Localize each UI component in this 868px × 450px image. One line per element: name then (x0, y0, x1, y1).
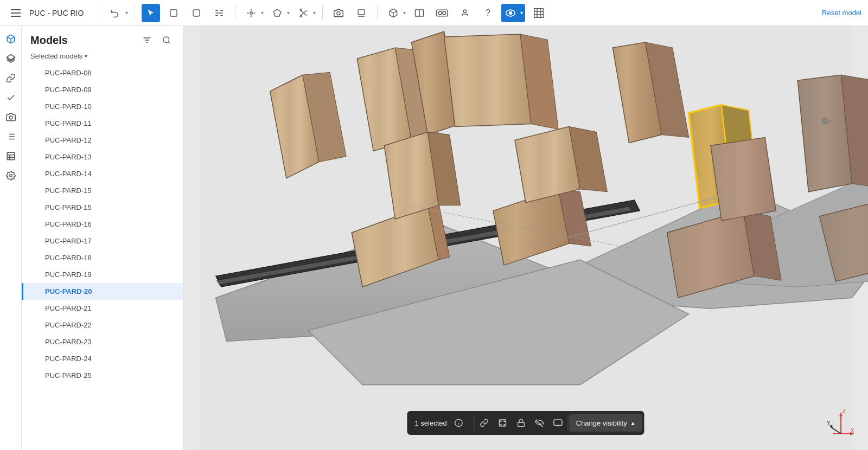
snap-arrow-icon[interactable]: ▾ (261, 10, 264, 16)
separator-2 (135, 5, 135, 21)
status-frame-button[interactable] (494, 414, 512, 432)
user-button[interactable] (456, 4, 474, 22)
svg-point-22 (464, 10, 467, 12)
rail-3d-button[interactable] (2, 30, 20, 48)
change-visibility-button[interactable]: Change visibility ▲ (570, 414, 642, 432)
rail-layers-button[interactable] (2, 50, 20, 67)
box3d-arrow-icon[interactable]: ▾ (403, 10, 406, 16)
search-button[interactable] (159, 33, 174, 48)
svg-marker-71 (515, 126, 580, 202)
sidebar-item-PUC-PARD-16[interactable]: PUC-PARD-16 (22, 216, 183, 233)
svg-point-82 (822, 118, 827, 124)
sidebar-item-PUC-PARD-24[interactable]: PUC-PARD-24 (22, 350, 183, 367)
visibility-group: ▾ (501, 4, 525, 22)
select-tool-button[interactable] (142, 4, 160, 22)
rail-table-button[interactable] (2, 147, 20, 165)
sidebar-item-PUC-PARD-25[interactable]: PUC-PARD-25 (22, 367, 183, 384)
cut-arrow-icon[interactable]: ▾ (313, 10, 316, 16)
rail-camera-button[interactable] (2, 108, 20, 126)
svg-line-48 (168, 42, 170, 43)
status-display-button[interactable] (550, 414, 567, 432)
svg-point-32 (9, 116, 12, 119)
sidebar-item-PUC-PARD-20[interactable]: PUC-PARD-20 (22, 283, 183, 300)
svg-rect-39 (7, 152, 15, 160)
sidebar-item-PUC-PARD-15a[interactable]: PUC-PARD-15 (22, 182, 183, 199)
axes-indicator: Z X Y (825, 407, 857, 439)
cut-button[interactable] (294, 4, 312, 22)
sidebar-item-PUC-PARD-08[interactable]: PUC-PARD-08 (22, 65, 183, 81)
sidebar-item-PUC-PARD-11[interactable]: PUC-PARD-11 (22, 115, 183, 132)
svg-point-13 (337, 11, 340, 15)
hamburger-menu-button[interactable] (7, 4, 25, 22)
grid-button[interactable] (529, 4, 548, 22)
svg-marker-77 (711, 138, 776, 221)
rail-list-button[interactable] (2, 128, 20, 145)
svg-rect-90 (554, 420, 562, 426)
svg-rect-1 (11, 12, 21, 14)
icon-rail (0, 26, 22, 450)
vr-button[interactable] (433, 4, 451, 22)
sidebar-title: Models (30, 34, 135, 47)
viewport[interactable]: 1 selected Change vi (183, 26, 868, 450)
status-paint-button[interactable] (513, 414, 530, 432)
lasso-select-button[interactable] (187, 4, 206, 22)
change-visibility-label: Change visibility (576, 419, 627, 427)
reset-model-button[interactable]: Reset model (822, 9, 861, 17)
svg-rect-14 (358, 10, 365, 15)
sidebar-item-PUC-PARD-13[interactable]: PUC-PARD-13 (22, 149, 183, 165)
separator-3 (235, 5, 235, 21)
svg-rect-3 (170, 10, 177, 16)
info-button[interactable] (450, 414, 468, 432)
box3d-group: ▾ (384, 4, 406, 22)
status-eye-slash-button[interactable] (531, 414, 548, 432)
sidebar-item-PUC-PARD-10[interactable]: PUC-PARD-10 (22, 98, 183, 115)
svg-text:X: X (851, 428, 854, 434)
sidebar-item-PUC-PARD-22[interactable]: PUC-PARD-22 (22, 317, 183, 333)
rect-select-button[interactable] (164, 4, 183, 22)
sidebar-item-PUC-PARD-14[interactable]: PUC-PARD-14 (22, 165, 183, 182)
status-bar: 1 selected Change vi (407, 411, 644, 435)
sidebar-item-PUC-PARD-15b[interactable]: PUC-PARD-15 (22, 199, 183, 216)
app-title: PUC - PUC RIO (29, 9, 84, 17)
separator-5 (377, 5, 378, 21)
section-button[interactable] (410, 4, 429, 22)
svg-point-8 (300, 9, 302, 10)
svg-line-99 (831, 427, 841, 434)
snap-button[interactable] (242, 4, 260, 22)
polygon-arrow-icon[interactable]: ▾ (287, 10, 290, 16)
stamp-button[interactable] (352, 4, 371, 22)
change-visibility-arrow-icon: ▲ (630, 420, 636, 426)
undo-group: ▾ (106, 4, 128, 22)
svg-rect-29 (534, 8, 544, 17)
svg-text:Z: Z (843, 408, 846, 414)
sidebar-item-PUC-PARD-19[interactable]: PUC-PARD-19 (22, 266, 183, 283)
box3d-button[interactable] (384, 4, 403, 22)
sidebar-subheader[interactable]: Selected models ▾ (22, 52, 183, 65)
sidebar-item-PUC-PARD-18[interactable]: PUC-PARD-18 (22, 249, 183, 266)
status-link-button[interactable] (476, 414, 493, 432)
polygon-group: ▾ (268, 4, 290, 22)
undo-arrow-icon[interactable]: ▾ (125, 10, 128, 16)
rail-link-button[interactable] (2, 69, 20, 87)
camera-button[interactable] (329, 4, 348, 22)
svg-point-20 (439, 11, 442, 15)
sidebar-item-PUC-PARD-17[interactable]: PUC-PARD-17 (22, 233, 183, 249)
sidebar: Models Selected models ▾ PUC-PARD-08PUC-… (22, 26, 183, 450)
polygon-button[interactable] (268, 4, 286, 22)
measure-button[interactable] (210, 4, 228, 22)
rail-check-button[interactable] (2, 89, 20, 106)
sidebar-item-PUC-PARD-21[interactable]: PUC-PARD-21 (22, 300, 183, 317)
visibility-button[interactable] (501, 4, 520, 22)
sidebar-item-PUC-PARD-12[interactable]: PUC-PARD-12 (22, 132, 183, 149)
svg-rect-2 (11, 16, 21, 17)
svg-marker-59 (444, 34, 531, 126)
filter-button[interactable] (139, 33, 155, 48)
help-button[interactable]: ? (478, 4, 497, 22)
sidebar-item-PUC-PARD-09[interactable]: PUC-PARD-09 (22, 81, 183, 98)
visibility-arrow-icon[interactable]: ▾ (520, 10, 523, 16)
snap-group: ▾ (242, 4, 264, 22)
rail-settings-button[interactable] (2, 167, 20, 184)
sidebar-subheader-label: Selected models (30, 52, 82, 60)
sidebar-item-PUC-PARD-23[interactable]: PUC-PARD-23 (22, 333, 183, 350)
undo-button[interactable] (106, 4, 124, 22)
